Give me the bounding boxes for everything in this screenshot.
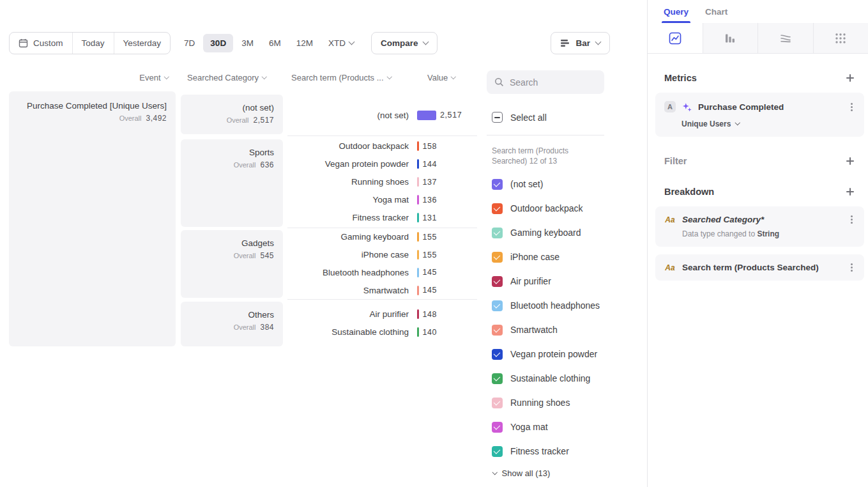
term-row[interactable]: Bluetooth headphones145 — [287, 264, 477, 282]
range-7d-button[interactable]: 7D — [177, 34, 202, 52]
legend-search-input[interactable] — [510, 77, 597, 88]
overall-label: Overall — [119, 114, 142, 122]
measure-dropdown[interactable]: Unique Users — [681, 120, 857, 128]
range-xtd-button[interactable]: XTD — [321, 34, 361, 52]
column-header-event[interactable]: Event — [9, 73, 176, 82]
legend-item[interactable]: iPhone case — [492, 245, 600, 269]
term-row[interactable]: iPhone case155 — [287, 246, 477, 264]
legend-search[interactable] — [487, 70, 604, 94]
select-all-row[interactable]: Select all — [492, 112, 547, 123]
checked-checkbox[interactable] — [492, 325, 503, 336]
column-header-value[interactable]: Value — [427, 73, 455, 82]
category-cell[interactable]: (not set)Overall2,517 — [181, 95, 283, 134]
legend-item[interactable]: Yoga mat — [492, 415, 600, 439]
legend-panel: Select all Search term (Products Searche… — [487, 0, 614, 487]
more-options-icon[interactable] — [851, 106, 853, 108]
checked-checkbox[interactable] — [492, 203, 503, 214]
legend-item[interactable]: Smartwatch — [492, 318, 600, 342]
category-name: (not set) — [190, 103, 274, 112]
term-group: Gaming keyboard155iPhone case155Bluetoot… — [287, 228, 477, 300]
legend-item[interactable]: Bluetooth headphones — [492, 293, 600, 318]
add-metric-button[interactable] — [845, 73, 855, 83]
column-header-value-label: Value — [427, 73, 448, 82]
value-bar — [417, 141, 419, 151]
category-cell[interactable]: OthersOverall384 — [181, 302, 283, 346]
indeterminate-checkbox[interactable] — [492, 112, 503, 123]
term-label: Air purifier — [287, 309, 409, 319]
legend-item[interactable]: (not set) — [492, 172, 600, 196]
category-cell[interactable]: SportsOverall636 — [181, 139, 283, 227]
tab-chart[interactable]: Chart — [705, 0, 727, 23]
checked-checkbox[interactable] — [492, 398, 503, 408]
value-bar — [417, 195, 419, 205]
tab-query[interactable]: Query — [664, 0, 689, 23]
checked-checkbox[interactable] — [492, 373, 503, 384]
breakdown-name: Searched Category* — [682, 215, 841, 224]
metric-card[interactable]: A Purchase Completed Unique Users — [655, 93, 864, 137]
compare-button[interactable]: Compare — [371, 32, 438, 54]
value-bar — [417, 232, 419, 242]
add-breakdown-button[interactable] — [845, 187, 855, 197]
breakdown-note: Data type changed to String — [682, 229, 857, 238]
column-header-event-label: Event — [139, 73, 160, 82]
legend-item[interactable]: Gaming keyboard — [492, 220, 600, 245]
term-row[interactable]: Fitness tracker131 — [287, 209, 477, 227]
tab-retention[interactable] — [813, 23, 868, 54]
term-row[interactable]: Running shoes137 — [287, 173, 477, 191]
column-header-category[interactable]: Searched Category — [181, 73, 283, 82]
checked-checkbox[interactable] — [492, 179, 503, 190]
term-row[interactable]: Smartwatch145 — [287, 281, 477, 299]
checked-checkbox[interactable] — [492, 276, 503, 287]
value-text: 140 — [423, 328, 438, 337]
tab-flows[interactable] — [758, 23, 813, 54]
overall-label: Overall — [234, 323, 256, 331]
chevron-down-icon — [262, 74, 267, 79]
add-filter-button[interactable] — [845, 156, 855, 166]
term-row[interactable]: (not set)2,517 — [287, 106, 477, 124]
tab-funnels[interactable] — [703, 23, 758, 54]
legend-item[interactable]: Sustainable clothing — [492, 366, 600, 390]
breakdown-card[interactable]: Aa Searched Category* Data type changed … — [655, 206, 864, 247]
term-label: Running shoes — [287, 177, 409, 187]
term-row[interactable]: Yoga mat136 — [287, 191, 477, 209]
filter-section-header: Filter — [655, 155, 864, 167]
term-row[interactable]: Sustainable clothing140 — [287, 323, 477, 341]
checked-checkbox[interactable] — [492, 228, 503, 238]
term-row[interactable]: Vegan protein powder144 — [287, 155, 477, 173]
checked-checkbox[interactable] — [492, 349, 503, 360]
range-12m-button[interactable]: 12M — [289, 34, 320, 52]
event-sparkle-icon — [682, 102, 692, 112]
category-cell[interactable]: GadgetsOverall545 — [181, 230, 283, 298]
more-options-icon[interactable] — [851, 219, 853, 220]
range-6m-button[interactable]: 6M — [262, 34, 288, 52]
range-30d-button[interactable]: 30D — [203, 34, 233, 52]
date-today-button[interactable]: Today — [73, 33, 114, 54]
checked-checkbox[interactable] — [492, 422, 503, 433]
checked-checkbox[interactable] — [492, 300, 503, 311]
tab-insights[interactable] — [648, 23, 703, 54]
legend-item[interactable]: Running shoes — [492, 390, 600, 415]
breakdown-card[interactable]: Aa Search term (Products Searched) — [655, 254, 864, 281]
event-cell[interactable]: Purchase Completed [Unique Users] Overal… — [9, 91, 176, 346]
category-column: (not set)Overall2,517SportsOverall636Gad… — [181, 95, 283, 346]
term-row[interactable]: Gaming keyboard155 — [287, 228, 477, 246]
checked-checkbox[interactable] — [492, 252, 503, 263]
date-custom-button[interactable]: Custom — [10, 33, 73, 54]
show-all-button[interactable]: Show all (13) — [493, 468, 550, 478]
checked-checkbox[interactable] — [492, 446, 503, 457]
more-options-icon[interactable] — [851, 267, 853, 268]
term-row[interactable]: Air purifier148 — [287, 305, 477, 323]
overall-value: 2,517 — [253, 116, 274, 125]
legend-item[interactable]: Vegan protein powder — [492, 342, 600, 366]
date-range-group: Custom Today Yesterday — [9, 32, 171, 54]
legend-item[interactable]: Air purifier — [492, 269, 600, 293]
legend-item[interactable]: Fitness tracker — [492, 439, 600, 463]
column-header-term[interactable]: Search term (Products ... — [287, 73, 409, 82]
range-3m-button[interactable]: 3M — [234, 34, 261, 52]
legend-item[interactable]: Outdoor backpack — [492, 196, 600, 220]
date-yesterday-button[interactable]: Yesterday — [114, 33, 171, 54]
term-row[interactable]: Outdoor backpack158 — [287, 137, 477, 155]
value-bar — [417, 250, 419, 259]
legend-item-label: Running shoes — [510, 398, 570, 408]
overall-value: 384 — [260, 323, 274, 332]
